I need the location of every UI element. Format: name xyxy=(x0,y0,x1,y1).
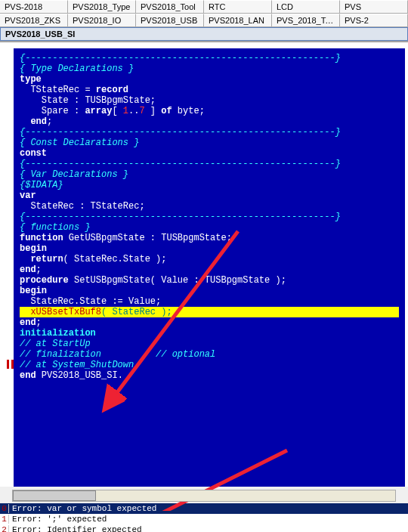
code-line[interactable]: {---------------------------------------… xyxy=(20,212,399,222)
code-line[interactable]: // at System_ShutDown xyxy=(20,360,399,370)
code-line[interactable]: {---------------------------------------… xyxy=(20,53,399,63)
code-line[interactable]: { Type Declarations } xyxy=(20,63,399,74)
code-line[interactable]: end; xyxy=(20,116,399,127)
tab-PVS2018_USB_SI[interactable]: PVS2018_USB_SI xyxy=(0,27,408,41)
tab-PVS2018_LAN[interactable]: PVS2018_LAN xyxy=(204,14,272,26)
code-line[interactable]: Spare : array[ 1..7 ] of byte; xyxy=(20,106,399,116)
code-line[interactable]: StateRec : TStateRec; xyxy=(20,201,399,212)
code-line[interactable]: function GetUSBpgmState : TUSBpgmState; xyxy=(20,233,399,243)
tab-PVS[interactable]: PVS xyxy=(340,0,408,13)
tab-PVS_2018_ToDotxt[interactable]: PVS_2018_ToDo.txt xyxy=(272,14,340,26)
tab-row-3: PVS2018_USB_SI xyxy=(0,27,408,42)
tab-PVS2018_USB[interactable]: PVS2018_USB xyxy=(136,14,204,26)
code-line[interactable]: {---------------------------------------… xyxy=(20,127,399,138)
code-line[interactable]: { Const Declarations } xyxy=(20,138,399,148)
code-line[interactable]: initialization xyxy=(20,328,399,339)
code-line[interactable]: end PVS2018_USB_SI. xyxy=(20,370,399,381)
editor: {---------------------------------------… xyxy=(0,42,408,487)
code-line[interactable]: type xyxy=(20,74,399,85)
code-line[interactable]: // at StartUp xyxy=(20,339,399,349)
tab-LCD[interactable]: LCD xyxy=(272,0,340,13)
code-line[interactable]: State : TUSBpgmState; xyxy=(20,95,399,106)
tab-PVS2018_ZKS[interactable]: PVS2018_ZKS xyxy=(0,14,68,26)
code-line[interactable]: end; xyxy=(20,317,399,328)
code-area[interactable]: {---------------------------------------… xyxy=(14,48,405,487)
error-row[interactable]: 2 Error: Identifier expected xyxy=(0,524,408,532)
code-line[interactable]: begin xyxy=(20,286,399,296)
scrollbar-thumb[interactable] xyxy=(13,490,96,501)
code-line[interactable]: var xyxy=(20,190,399,201)
tab-PVS2018_Type[interactable]: PVS2018_Type xyxy=(68,0,136,13)
code-line[interactable]: xUSBsetTxBuf8( StateRec ); xyxy=(20,307,399,317)
code-line[interactable]: { Var Declarations } xyxy=(20,169,399,180)
gutter xyxy=(3,48,14,484)
tab-PVS2018_IO[interactable]: PVS2018_IO xyxy=(68,14,136,26)
tab-RTC[interactable]: RTC xyxy=(204,0,272,13)
error-row[interactable]: 0 Error: var or symbol expected xyxy=(0,503,408,514)
code-line[interactable]: // finalization // optional xyxy=(20,349,399,360)
code-line[interactable]: {---------------------------------------… xyxy=(20,159,399,169)
code-line[interactable]: { functions } xyxy=(20,222,399,233)
error-panel: 0 Error: var or symbol expected1 Error: … xyxy=(0,503,408,532)
tab-PVS2018[interactable]: PVS-2018 xyxy=(0,0,68,13)
code-line[interactable]: {$IDATA} xyxy=(20,180,399,190)
error-row[interactable]: 1 Error: ';' expected xyxy=(0,514,408,524)
tab-PVS2018_Tool[interactable]: PVS2018_Tool xyxy=(136,0,204,13)
tab-PVS2[interactable]: PVS-2 xyxy=(340,14,408,26)
code-line[interactable]: const xyxy=(20,148,399,159)
code-line[interactable]: end; xyxy=(20,264,399,275)
tab-row-1: PVS-2018PVS2018_TypePVS2018_ToolRTCLCDPV… xyxy=(0,0,408,14)
tab-row-2: PVS2018_ZKSPVS2018_IOPVS2018_USBPVS2018_… xyxy=(0,14,408,27)
code-line[interactable]: TStateRec = record xyxy=(20,85,399,95)
horizontal-scrollbar[interactable] xyxy=(12,490,396,502)
code-line[interactable]: StateRec.State := Value; xyxy=(20,296,399,307)
code-line[interactable]: procedure SetUSBpgmState( Value : TUSBpg… xyxy=(20,275,399,286)
code-line[interactable]: begin xyxy=(20,243,399,254)
code-line[interactable]: return( StateRec.State ); xyxy=(20,254,399,264)
